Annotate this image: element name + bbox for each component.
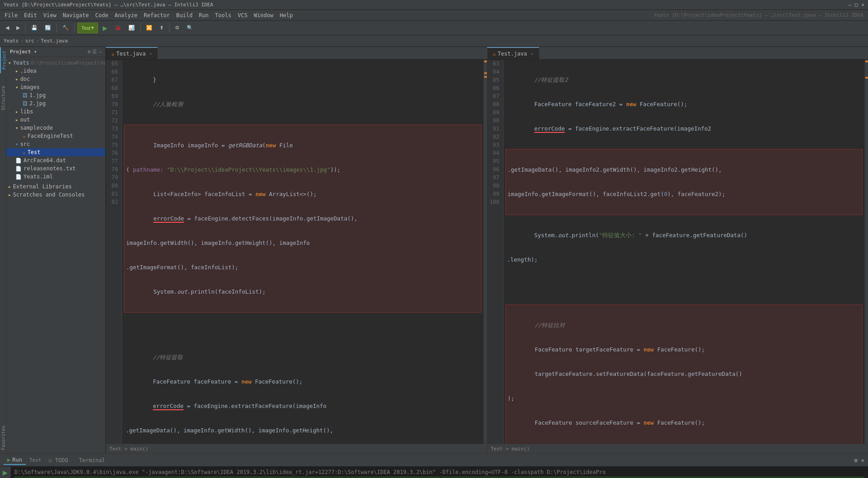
run-btn[interactable]: ▶ — [100, 23, 110, 33]
line-num-76: 76 — [108, 149, 118, 157]
bottom-settings[interactable]: ⚙ — [854, 457, 858, 464]
rcode-91: FaceFeature sourceFaceFeature = new Face… — [508, 419, 861, 427]
sidebar-layout-icon[interactable]: ☰ — [92, 49, 97, 55]
menu-edit[interactable]: Edit — [21, 11, 40, 19]
line-num-71: 71 — [108, 108, 118, 117]
run-again-btn[interactable]: ▶ — [1, 469, 9, 477]
menu-file[interactable]: File — [2, 11, 20, 19]
highlight-block-1: ImageInfo imageInfo = getRGBData(new Fil… — [124, 125, 481, 313]
tree-idea[interactable]: ▸ .idea — [6, 67, 105, 75]
menu-window[interactable]: Window — [251, 11, 276, 19]
maximize-btn[interactable]: □ — [855, 2, 858, 8]
menu-analyze[interactable]: Analyze — [112, 11, 140, 19]
update-btn[interactable]: ⬆ — [157, 23, 166, 33]
todo-tab[interactable]: ☑ TODO — [45, 456, 71, 464]
line-num-77: 77 — [108, 157, 118, 165]
highlight-block-r2: //特征比对 FaceFeature targetFaceFeature = n… — [505, 305, 863, 444]
tree-2jpg[interactable]: 🖼 2.jpg — [6, 99, 105, 108]
left-code-lines[interactable]: } //人脸检测 ImageInfo imageInfo = getRGBDat… — [122, 60, 483, 444]
sync-btn[interactable]: 🔄 — [42, 23, 54, 33]
expand-icon: ▾ — [15, 141, 19, 147]
left-code-content[interactable]: 65 66 67 68 69 70 71 72 73 74 75 76 77 7… — [106, 60, 487, 444]
tree-faceenginetest[interactable]: ☕ FaceEngineTest — [6, 132, 105, 140]
settings-btn[interactable]: ⚙ — [172, 23, 182, 33]
tab-close-btn-right[interactable]: ✕ — [531, 51, 533, 56]
tab-close-btn[interactable]: ✕ — [149, 51, 152, 56]
favorites-tab-btn[interactable]: Favorites — [0, 422, 6, 454]
git-btn[interactable]: 🔀 — [143, 23, 155, 33]
tree-doc[interactable]: ▸ doc — [6, 75, 105, 83]
save-btn[interactable]: 💾 — [28, 23, 40, 33]
bc-yeats[interactable]: Yeats — [4, 38, 19, 44]
file-icon: 🖼 — [23, 101, 28, 107]
structure-tab-btn[interactable]: Structure — [0, 82, 6, 114]
rcode-89a: FaceFeature targetFaceFeature = new Face… — [508, 346, 861, 354]
left-breadcrumb: Test > main() — [106, 444, 487, 454]
tab-label: Test.java — [498, 51, 527, 57]
rcode-84: FaceFeature faceFeature2 = new FaceFeatu… — [507, 100, 861, 108]
tree-out[interactable]: ▸ out — [6, 116, 105, 124]
bottom-close[interactable]: ✕ — [861, 457, 864, 464]
forward-btn[interactable]: ▶ — [14, 23, 23, 33]
run-config-selector[interactable]: Test ▾ — [77, 23, 98, 33]
menu-help[interactable]: Help — [277, 11, 296, 19]
menu-run[interactable]: Run — [196, 11, 212, 19]
project-tab[interactable]: Project — [0, 47, 6, 73]
rline-85: 85 — [489, 76, 500, 84]
menu-view[interactable]: View — [41, 11, 59, 19]
code-line-69a: errorCode = faceEngine.detectFaces(image… — [126, 215, 479, 223]
highlight-block-r1: .getImageData(), imageInfo2.getWidth(), … — [505, 149, 863, 215]
left-code-pane: 65 66 67 68 69 70 71 72 73 74 75 76 77 7… — [106, 60, 487, 454]
rscroll-1 — [865, 61, 868, 62]
bc-testjava[interactable]: Test.java — [41, 38, 68, 44]
line-num-65: 65 — [108, 60, 118, 68]
tree-images[interactable]: ▾ images — [6, 83, 105, 91]
run-coverage-btn[interactable]: 📊 — [126, 23, 137, 33]
code-line-74b: .getImageData(), imageInfo.getWidth(), i… — [126, 426, 480, 435]
terminal-tab[interactable]: Terminal — [75, 456, 109, 464]
debug-btn[interactable]: 🐞 — [112, 23, 124, 33]
line-num-82: 82 — [108, 198, 118, 206]
code-line-74a: errorCode = faceEngine.extractFaceFeatur… — [126, 402, 480, 410]
menu-vcs[interactable]: VCS — [235, 11, 250, 19]
run-tab[interactable]: ▶ Run — [4, 456, 26, 465]
rline-96: 96 — [489, 165, 500, 173]
code-line-65: } — [126, 76, 480, 84]
line-num-73: 73 — [108, 125, 118, 133]
tree-libs[interactable]: ▸ libs — [6, 108, 105, 116]
right-code-content[interactable]: 83 84 85 86 87 88 89 90 91 92 93 94 95 9… — [487, 60, 868, 444]
build-btn[interactable]: 🔨 — [60, 23, 71, 33]
close-btn[interactable]: ✕ — [861, 2, 864, 8]
tree-test[interactable]: ☕ Test — [6, 148, 105, 156]
back-btn[interactable]: ◀ — [3, 23, 12, 33]
menu-code[interactable]: Code — [93, 11, 111, 19]
tree-samplecode[interactable]: ▾ samplecode — [6, 124, 105, 132]
menu-navigate[interactable]: Navigate — [60, 11, 92, 19]
rline-93: 93 — [489, 141, 500, 149]
java-icon: ☕ — [23, 133, 26, 139]
menu-tools[interactable]: Tools — [212, 11, 234, 19]
tree-src[interactable]: ▾ src — [6, 140, 105, 148]
search-btn[interactable]: 🔍 — [184, 23, 196, 33]
tab-testjava-right[interactable]: ☕ Test.java ✕ — [487, 47, 539, 59]
tree-scratches[interactable]: ▸ Scratches and Consoles — [6, 191, 105, 199]
tab-testjava-left[interactable]: ☕ Test.java ✕ — [106, 47, 158, 59]
right-code-lines[interactable]: //特征提取2 FaceFeature faceFeature2 = new F… — [504, 60, 865, 444]
tree-root-yeats[interactable]: ▾ Yeats D:\Project\ideaProject\Yeats — [6, 59, 105, 67]
tree-releasenotes[interactable]: 📄 releasenotes.txt — [6, 164, 105, 173]
sidebar-collapse-icon[interactable]: — — [99, 49, 102, 55]
tree-yeats-iml[interactable]: 📄 Yeats.iml — [6, 173, 105, 181]
rcode-86b: .length); — [507, 256, 861, 264]
expand-icon: ▸ — [15, 117, 19, 123]
tree-arcface[interactable]: 📄 ArcFace64.dat — [6, 156, 105, 164]
minimize-btn[interactable]: — — [848, 2, 851, 8]
toolbar-sep-2 — [57, 23, 57, 33]
menu-build[interactable]: Build — [174, 11, 195, 19]
tree-1jpg[interactable]: 🖼 1.jpg — [6, 91, 105, 99]
sidebar-gear-icon[interactable]: ⚙ — [88, 49, 91, 55]
bc-src[interactable]: src — [25, 38, 34, 44]
code-line-69b: imageInfo.getWidth(), imageInfo.getHeigh… — [126, 239, 479, 247]
run-output[interactable]: D:\Software\Java\JDK9.0.4\bin\java.exe "… — [11, 467, 868, 478]
menu-refactor[interactable]: Refactor — [141, 11, 173, 19]
tree-external-libs[interactable]: ▸ External Libraries — [6, 183, 105, 191]
